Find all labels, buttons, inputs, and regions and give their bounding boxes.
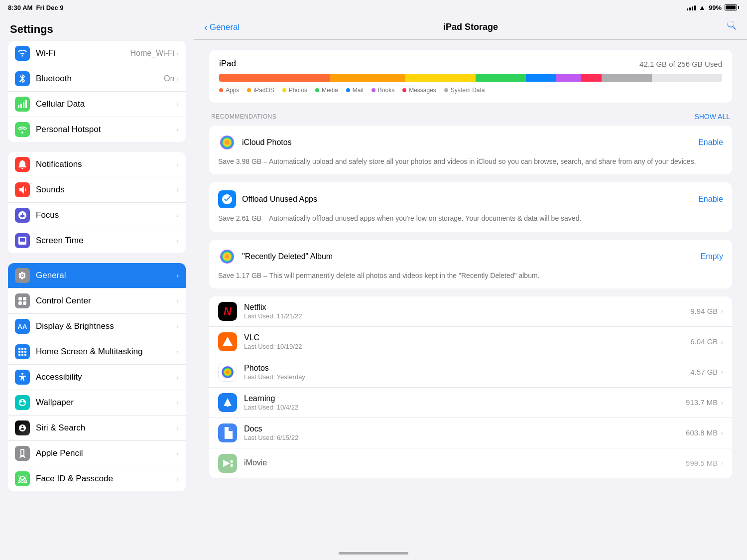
show-all-button[interactable]: SHOW ALL xyxy=(694,113,730,121)
siri-chevron: › xyxy=(176,424,179,432)
sidebar-item-display[interactable]: AA Display & Brightness › xyxy=(8,314,186,339)
docs-last-used: Last Used: 6/15/22 xyxy=(244,434,686,441)
sidebar-item-wallpaper[interactable]: Wallpaper › xyxy=(8,390,186,416)
app-list: N Netflix Last Used: 11/21/22 9.94 GB › xyxy=(209,296,732,478)
right-panel: ‹ General iPad Storage iPad 42.1 GB of 2… xyxy=(194,15,747,546)
app-row-imovie[interactable]: iMovie 599.5 MB › xyxy=(209,448,732,478)
homescreen-chevron: › xyxy=(176,348,179,356)
docs-chevron-icon: › xyxy=(721,429,723,437)
sidebar-item-hotspot[interactable]: Personal Hotspot › xyxy=(8,117,186,142)
sidebar-item-controlcenter[interactable]: Control Center › xyxy=(8,288,186,314)
svg-rect-22 xyxy=(218,190,236,208)
controlcenter-icon xyxy=(15,293,30,308)
svg-rect-7 xyxy=(23,297,26,300)
notifications-label: Notifications xyxy=(36,159,176,169)
sidebar-item-cellular[interactable]: Cellular Data › xyxy=(8,92,186,117)
photos-app-info: Photos Last Used: Yesterday xyxy=(244,364,690,381)
svg-marker-31 xyxy=(223,460,230,467)
siri-icon xyxy=(15,420,30,435)
sidebar-item-homescreen[interactable]: Home Screen & Multitasking › xyxy=(8,339,186,365)
svg-rect-18 xyxy=(24,354,26,356)
svg-point-26 xyxy=(222,366,234,378)
docs-app-name: Docs xyxy=(244,424,686,433)
vlc-size-row: 6.04 GB › xyxy=(690,337,723,346)
right-content: iPad 42.1 GB of 256 GB Used Apps iPadOS xyxy=(194,40,747,546)
status-indicators: ▲ 99% xyxy=(687,3,739,11)
sidebar-section-network: Wi-Fi Home_Wi-Fi › Bluetooth On › Cellul… xyxy=(8,41,186,142)
wifi-icon xyxy=(15,46,30,61)
back-label: General xyxy=(210,22,240,32)
svg-point-4 xyxy=(21,132,23,134)
back-button[interactable]: ‹ General xyxy=(204,21,240,33)
app-row-learning[interactable]: Learning Last Used: 10/4/22 913.7 MB › xyxy=(209,388,732,418)
icloud-photos-name: iCloud Photos xyxy=(242,138,292,147)
svg-rect-11 xyxy=(21,348,23,350)
netflix-size-row: 9.94 GB › xyxy=(690,307,723,315)
vlc-app-name: VLC xyxy=(244,333,690,342)
sidebar-item-notifications[interactable]: Notifications › xyxy=(8,152,186,177)
imovie-size: 599.5 MB xyxy=(686,459,718,467)
app-row-docs[interactable]: Docs Last Used: 6/15/22 603.8 MB › xyxy=(209,418,732,448)
vlc-last-used: Last Used: 10/19/22 xyxy=(244,343,690,350)
general-icon xyxy=(15,268,30,283)
learning-app-name: Learning xyxy=(244,394,686,403)
sidebar-item-wifi[interactable]: Wi-Fi Home_Wi-Fi › xyxy=(8,41,186,66)
notifications-chevron: › xyxy=(176,160,179,168)
offload-apps-desc: Save 2.61 GB – Automatically offload unu… xyxy=(218,213,723,223)
sidebar-item-faceid[interactable]: Face ID & Passcode › xyxy=(8,466,186,491)
netflix-app-info: Netflix Last Used: 11/21/22 xyxy=(244,303,690,320)
applepencil-chevron: › xyxy=(176,449,179,457)
sidebar-item-siri[interactable]: Siri & Search › xyxy=(8,416,186,441)
sidebar-item-applepencil[interactable]: Apple Pencil › xyxy=(8,441,186,466)
signal-icon xyxy=(687,4,696,10)
sidebar-title: Settings xyxy=(0,15,194,41)
storage-card: iPad 42.1 GB of 256 GB Used Apps iPadOS xyxy=(209,50,732,103)
svg-rect-16 xyxy=(18,354,20,356)
faceid-chevron: › xyxy=(176,475,179,483)
svg-rect-2 xyxy=(23,102,24,108)
sidebar-item-focus[interactable]: Focus › xyxy=(8,203,186,228)
icloud-photos-enable-button[interactable]: Enable xyxy=(698,138,723,147)
legend-messages: Messages xyxy=(402,87,436,94)
cellular-icon xyxy=(15,97,30,112)
storage-device-name: iPad xyxy=(219,59,236,69)
docs-size: 603.8 MB xyxy=(686,428,718,437)
general-chevron: › xyxy=(176,272,179,280)
recommendations-label: RECOMMENDATIONS xyxy=(211,113,276,120)
app-row-netflix[interactable]: N Netflix Last Used: 11/21/22 9.94 GB › xyxy=(209,296,732,327)
svg-rect-0 xyxy=(18,105,19,108)
back-chevron-icon: ‹ xyxy=(204,21,208,33)
sidebar-item-screentime[interactable]: Screen Time › xyxy=(8,228,186,253)
svg-rect-12 xyxy=(24,348,26,350)
learning-app-info: Learning Last Used: 10/4/22 xyxy=(244,394,686,411)
netflix-icon: N xyxy=(218,302,237,321)
photos-app-icon xyxy=(218,363,237,382)
netflix-app-name: Netflix xyxy=(244,303,690,312)
bluetooth-value: On xyxy=(164,74,174,83)
svg-rect-1 xyxy=(20,104,22,108)
display-icon: AA xyxy=(15,319,30,334)
legend-media: Media xyxy=(315,87,338,94)
accessibility-chevron: › xyxy=(176,373,179,381)
search-button[interactable] xyxy=(727,21,737,33)
app-row-vlc[interactable]: VLC Last Used: 10/19/22 6.04 GB › xyxy=(209,327,732,357)
focus-label: Focus xyxy=(36,210,176,220)
offload-apps-enable-button[interactable]: Enable xyxy=(698,195,723,204)
app-row-photos[interactable]: Photos Last Used: Yesterday 4.57 GB › xyxy=(209,357,732,388)
sidebar-item-accessibility[interactable]: Accessibility › xyxy=(8,365,186,390)
right-header: ‹ General iPad Storage xyxy=(194,15,747,40)
svg-rect-17 xyxy=(21,354,23,356)
bluetooth-chevron: › xyxy=(176,75,179,83)
netflix-chevron-icon: › xyxy=(721,307,723,315)
sidebar-item-sounds[interactable]: Sounds › xyxy=(8,177,186,203)
svg-rect-8 xyxy=(18,301,22,305)
recently-deleted-empty-button[interactable]: Empty xyxy=(701,252,723,261)
recently-deleted-name: "Recently Deleted" Album xyxy=(242,252,333,261)
cellular-label: Cellular Data xyxy=(36,99,176,109)
sidebar-item-bluetooth[interactable]: Bluetooth On › xyxy=(8,66,186,92)
status-bar: 8:30 AM Fri Dec 9 ▲ 99% xyxy=(0,0,747,15)
sounds-label: Sounds xyxy=(36,185,176,195)
sidebar-item-general[interactable]: General › xyxy=(8,263,186,288)
main-layout: Settings Wi-Fi Home_Wi-Fi › Bluetooth On… xyxy=(0,15,747,546)
imovie-chevron-icon: › xyxy=(721,459,723,467)
